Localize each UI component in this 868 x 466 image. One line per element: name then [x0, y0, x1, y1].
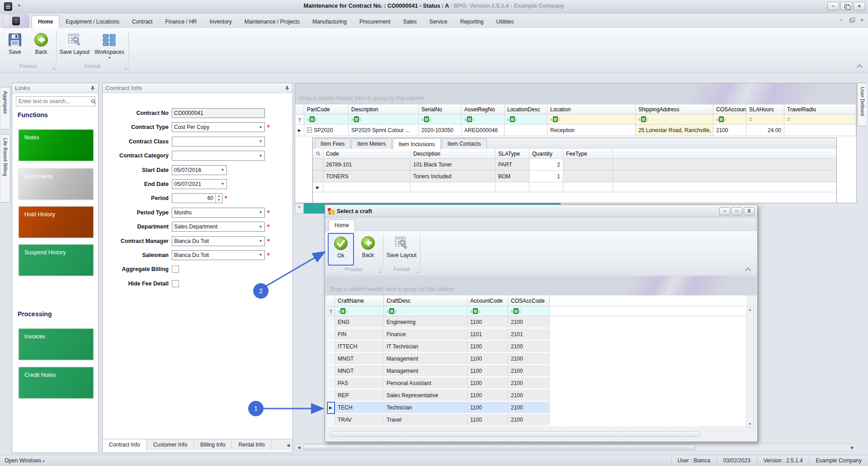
back-button[interactable]: Back	[28, 30, 54, 62]
column-header[interactable]: COSAccCode	[508, 295, 550, 306]
sidetab-user-defined[interactable]: User Defined	[857, 83, 867, 126]
field-control[interactable]: 60 ▼ ▲▼	[172, 193, 222, 203]
chevron-down-icon[interactable]: ▼	[257, 125, 264, 129]
column-header[interactable]: AccountCode	[467, 295, 508, 306]
sidetab-life-based-billing[interactable]: Life Based Billing	[1, 134, 10, 203]
column-header[interactable]: COSAccoun...	[713, 105, 746, 114]
menu-tab[interactable]: Manufacturing	[306, 15, 353, 28]
column-header[interactable]: TravelRadiu	[784, 105, 856, 114]
group-by-bar[interactable]: Drag a column header here to group by th…	[295, 83, 856, 105]
field-control[interactable]: CO0000041 ▼ ▲▼	[172, 108, 265, 118]
sidetab-aggregate[interactable]: Aggregate	[1, 87, 10, 129]
inclusion-row[interactable]: TONERS Toners Included BOM 1	[313, 171, 836, 182]
minimize-icon[interactable]: –	[840, 17, 842, 23]
filter-cell[interactable]	[349, 114, 419, 124]
menu-tab[interactable]: Procurement	[353, 15, 397, 28]
column-header[interactable]: Code	[323, 149, 410, 159]
menu-tab[interactable]: Home	[32, 15, 59, 28]
craft-row[interactable]: ▶ MNGT Management 1100 2100	[327, 365, 746, 377]
field-control[interactable]: ▼ ▲▼	[172, 137, 265, 147]
chevron-down-icon[interactable]: ▼	[257, 239, 264, 243]
dialog-tab-home[interactable]: Home	[329, 219, 355, 231]
bottom-tab[interactable]: Rental Info	[232, 439, 271, 451]
column-header[interactable]: Description	[410, 149, 495, 159]
menu-tab[interactable]: Inventory	[203, 15, 238, 28]
field-control[interactable]: Sales Department ▼ ▲▼	[172, 222, 265, 232]
close-button[interactable]: X	[744, 207, 755, 215]
inclusion-row[interactable]: 26789-101 101 Black Toner PART 2	[313, 159, 836, 171]
column-header[interactable]: AssetRegNo	[462, 105, 505, 114]
spinner-buttons[interactable]: ▲▼	[215, 194, 222, 203]
craft-row[interactable]: ▶ ITTECH IT Technician 1100 2100	[327, 341, 746, 353]
links-search-box[interactable]	[16, 96, 95, 106]
scroll-down-icon[interactable]: ▼	[748, 422, 752, 426]
craft-row[interactable]: ▶ TECH Technician 1100 2100	[327, 402, 746, 414]
detail-tab[interactable]: Item Meters	[351, 138, 392, 149]
filter-cell[interactable]	[462, 114, 505, 124]
menu-tab[interactable]: Sales	[397, 15, 423, 28]
chevron-down-icon[interactable]: ▼	[219, 168, 226, 172]
detail-tab[interactable]: Item Inclusions	[393, 138, 441, 149]
scroll-left-icon[interactable]: ◀	[295, 445, 302, 450]
checkbox[interactable]	[172, 266, 179, 273]
field-control[interactable]: Bianca Du Toit ▼ ▲▼	[172, 236, 265, 246]
tab-scroll-left-icon[interactable]: ◀	[287, 443, 292, 447]
menu-tab[interactable]: Utilities	[490, 15, 520, 28]
function-button[interactable]: Suspend History	[19, 244, 94, 276]
menu-tab[interactable]: Contract	[126, 15, 159, 28]
field-control[interactable]: Bianca Du Toit ▼ ▲▼	[172, 250, 265, 260]
filter-cell[interactable]	[713, 114, 746, 124]
filter-cell[interactable]	[636, 114, 713, 124]
chevron-down-icon[interactable]: ▼	[257, 139, 264, 143]
close-button[interactable]: ×	[854, 2, 865, 10]
processing-button[interactable]: Invoices	[19, 328, 94, 360]
craft-row[interactable]: ▶ PAS Personal Assistant 1100 2100	[327, 377, 746, 390]
field-control[interactable]: ▼ ▲▼	[172, 151, 265, 161]
processing-button[interactable]: Credit Notes	[19, 367, 94, 399]
menu-tab[interactable]: Maintenance / Projects	[238, 15, 306, 28]
function-button[interactable]: Notes	[19, 129, 94, 161]
column-header[interactable]: FeeType	[563, 149, 613, 159]
scrollbar-thumb[interactable]	[302, 444, 696, 450]
scroll-up-icon[interactable]: ▲	[748, 308, 752, 312]
bottom-tab[interactable]: Contract Info	[103, 439, 147, 451]
filter-cell[interactable]	[384, 306, 467, 316]
field-control[interactable]: 05/07/2021 ▼ ▲▼	[172, 179, 227, 189]
collapse-row-icon[interactable]	[307, 128, 312, 133]
filter-cell[interactable]	[419, 114, 462, 124]
column-header[interactable]: CraftDesc	[384, 295, 467, 306]
menu-tab[interactable]: Service	[423, 15, 454, 28]
field-control[interactable]: Cost Per Copy ▼ ▲▼	[172, 122, 265, 132]
filter-cell[interactable]	[508, 306, 550, 316]
field-control[interactable]: Months ▼ ▲▼	[172, 208, 265, 218]
vertical-scrollbar[interactable]: ▲ ▼	[746, 306, 754, 428]
save-layout-button[interactable]: Save Layout	[385, 233, 418, 266]
minimize-button[interactable]: –	[827, 2, 839, 10]
bottom-tab[interactable]: Billing Info	[194, 439, 232, 451]
column-header[interactable]: Description	[349, 105, 419, 114]
column-header[interactable]: Location	[547, 105, 636, 114]
chevron-down-icon[interactable]: ▼	[257, 253, 264, 257]
column-header[interactable]: ShippingAddress	[636, 105, 713, 114]
filter-cell[interactable]	[547, 114, 636, 124]
maximize-button[interactable]: □	[731, 207, 742, 215]
craft-row[interactable]: ▶ MNGT Management 1100 2100	[327, 353, 746, 365]
craft-row[interactable]: ▶ FIN Finance 1101 2101	[327, 328, 746, 341]
save-layout-button[interactable]: Save Layout	[59, 30, 90, 62]
group-by-bar[interactable]: Drag a column header here to group by th…	[326, 276, 757, 295]
workspaces-button[interactable]: Workspaces ▾	[92, 30, 127, 62]
filter-cell[interactable]	[304, 114, 349, 124]
column-header[interactable]: SLAHours	[746, 105, 784, 114]
menu-tab[interactable]: Finance / HR	[159, 15, 203, 28]
column-header[interactable]: CraftName	[335, 295, 384, 306]
save-button[interactable]: Save	[2, 30, 28, 62]
back-button[interactable]: Back	[355, 233, 381, 266]
column-header[interactable]: PartCode	[304, 105, 349, 114]
filter-cell[interactable]	[335, 306, 384, 316]
detail-tab[interactable]: Item Fees	[315, 138, 350, 149]
bottom-tab[interactable]: Customer Info	[147, 439, 194, 451]
column-header[interactable]: SerialNo	[419, 105, 462, 114]
craft-row[interactable]: ▶ TRAV Travel 1100 2100	[327, 414, 746, 426]
field-control[interactable]: 05/07/2016 ▼ ▲▼	[172, 165, 227, 175]
search-input[interactable]	[16, 98, 91, 105]
